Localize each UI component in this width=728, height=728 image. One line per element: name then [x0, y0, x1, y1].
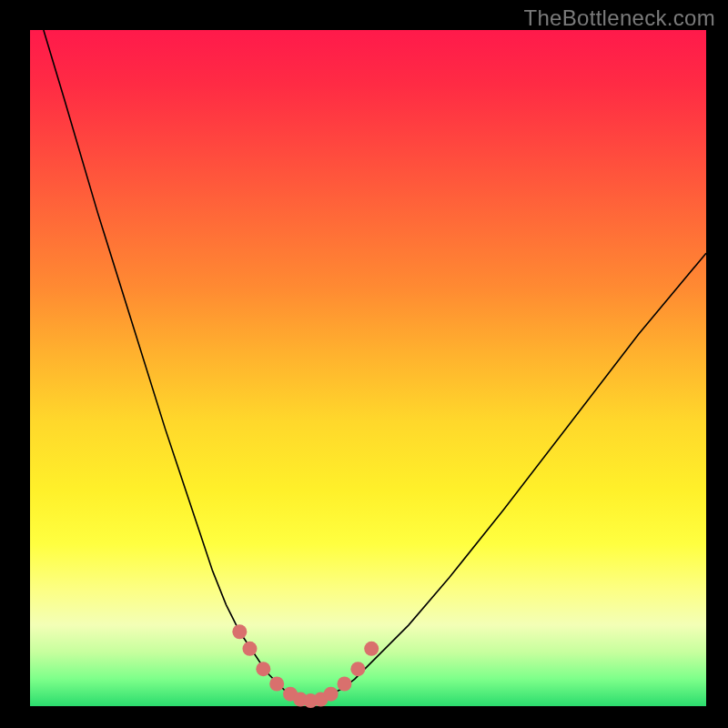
threshold-markers [232, 624, 379, 708]
threshold-marker [269, 676, 284, 691]
curve-right [308, 253, 706, 703]
curve-left [44, 30, 308, 703]
threshold-marker [338, 676, 352, 691]
threshold-marker [364, 642, 379, 656]
chart-frame: TheBottleneck.com [0, 0, 728, 728]
threshold-marker [350, 662, 365, 676]
threshold-marker [232, 624, 247, 639]
threshold-marker [324, 687, 339, 702]
threshold-marker [242, 642, 257, 656]
watermark-text: TheBottleneck.com [523, 5, 715, 31]
plot-area [30, 30, 706, 706]
curve-svg [30, 30, 706, 706]
threshold-marker [256, 662, 270, 676]
